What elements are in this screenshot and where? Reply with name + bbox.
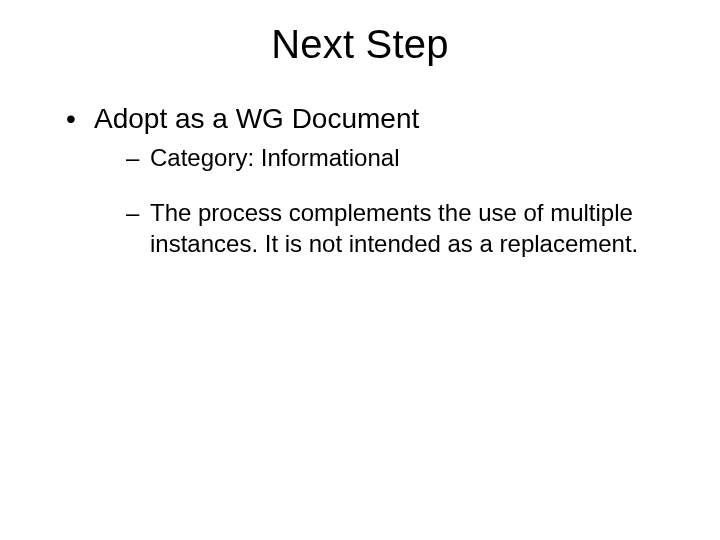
list-item: Category: Informational <box>126 143 680 174</box>
bullet-list-level1: Adopt as a WG Document Category: Informa… <box>40 101 680 260</box>
list-item: Adopt as a WG Document Category: Informa… <box>66 101 680 260</box>
list-item: The process complements the use of multi… <box>126 198 680 259</box>
bullet-text: The process complements the use of multi… <box>150 199 638 257</box>
bullet-list-level2: Category: Informational The process comp… <box>94 143 680 259</box>
slide: Next Step Adopt as a WG Document Categor… <box>0 0 720 540</box>
bullet-text: Adopt as a WG Document <box>94 103 419 134</box>
bullet-text: Category: Informational <box>150 144 399 171</box>
slide-title: Next Step <box>40 22 680 67</box>
